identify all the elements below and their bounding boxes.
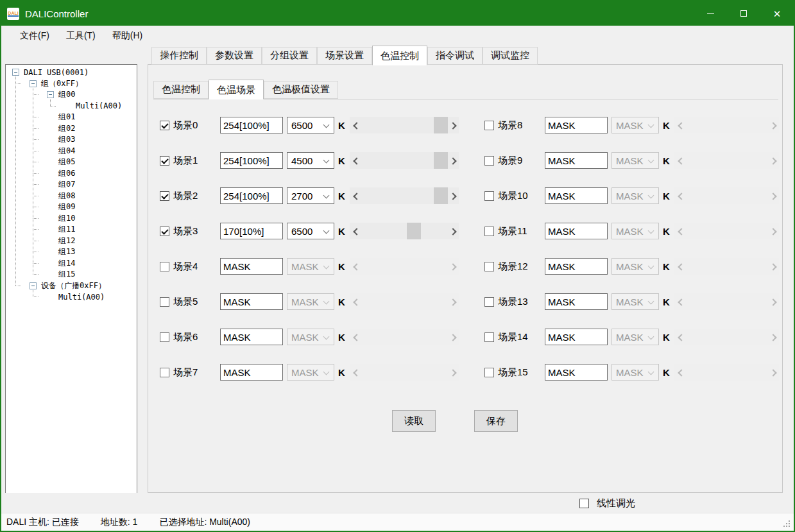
scene-temp-select[interactable]: MASK	[287, 364, 334, 381]
scene-level-input[interactable]	[545, 187, 608, 204]
tab-场景设置[interactable]: 场景设置	[317, 47, 372, 65]
tree-item[interactable]: 组15	[6, 269, 137, 280]
sub-tab-色温场景[interactable]: 色温场景	[209, 80, 264, 99]
scroll-left-arrow-icon[interactable]	[350, 223, 361, 239]
tree-item[interactable]: Multi(A00)	[6, 291, 137, 303]
tree-item[interactable]: 组07	[6, 179, 137, 191]
scene-level-input[interactable]	[220, 152, 283, 169]
scene-checkbox[interactable]	[484, 368, 494, 377]
scroll-left-arrow-icon[interactable]	[350, 117, 361, 133]
scene-level-input[interactable]	[545, 223, 608, 239]
scroll-track[interactable]	[361, 223, 448, 239]
sub-tab-色温极值设置[interactable]: 色温极值设置	[264, 81, 338, 99]
scene-slider[interactable]	[674, 152, 779, 169]
read-button[interactable]: 读取	[392, 410, 436, 432]
scene-checkbox[interactable]	[484, 191, 494, 201]
scroll-track[interactable]	[361, 152, 448, 169]
scene-temp-select[interactable]: MASK	[611, 117, 659, 133]
scene-temp-select[interactable]: 6500	[287, 223, 334, 239]
scene-slider[interactable]	[674, 117, 779, 133]
scroll-thumb-icon[interactable]	[434, 152, 448, 169]
scene-level-input[interactable]	[220, 187, 283, 204]
scene-temp-select[interactable]: MASK	[611, 258, 659, 275]
scroll-right-arrow-icon[interactable]	[448, 187, 459, 204]
scene-temp-select[interactable]: MASK	[611, 364, 659, 381]
scroll-right-arrow-icon[interactable]	[448, 223, 459, 239]
tree-expand-box[interactable]	[12, 69, 19, 76]
scene-temp-select[interactable]: MASK	[611, 293, 659, 310]
tree-item[interactable]: 组09	[6, 202, 137, 213]
minimize-button[interactable]	[694, 1, 727, 26]
menu-item-2[interactable]: 帮助(H)	[104, 26, 151, 46]
sub-tab-色温控制[interactable]: 色温控制	[153, 81, 209, 99]
scene-slider[interactable]	[674, 364, 779, 381]
scene-slider[interactable]	[350, 364, 459, 381]
tab-指令调试[interactable]: 指令调试	[427, 47, 483, 65]
scene-slider[interactable]	[350, 187, 459, 204]
scroll-thumb-icon[interactable]	[407, 223, 421, 239]
tree-item[interactable]: DALI USB(0001)	[6, 67, 137, 78]
tree-item[interactable]: 组03	[6, 134, 137, 146]
scene-level-input[interactable]	[220, 364, 283, 381]
menu-item-1[interactable]: 工具(T)	[58, 26, 104, 46]
save-button[interactable]: 保存	[474, 410, 518, 432]
scene-checkbox[interactable]	[160, 297, 169, 307]
scene-checkbox[interactable]	[160, 121, 169, 130]
scene-slider[interactable]	[350, 117, 459, 133]
scene-slider[interactable]	[350, 223, 459, 239]
scroll-left-arrow-icon[interactable]	[350, 152, 361, 169]
tree-expand-box[interactable]	[47, 91, 54, 98]
scene-checkbox[interactable]	[484, 227, 494, 236]
scroll-track[interactable]	[361, 187, 448, 204]
scene-checkbox[interactable]	[160, 191, 169, 201]
scroll-right-arrow-icon[interactable]	[448, 152, 459, 169]
tree-item[interactable]: 组04	[6, 146, 137, 157]
scene-checkbox[interactable]	[160, 156, 169, 166]
scene-level-input[interactable]	[545, 329, 608, 345]
scene-checkbox[interactable]	[160, 368, 169, 377]
tree-item[interactable]: 组（0xFF）	[6, 78, 137, 90]
close-button[interactable]: ✕	[760, 1, 794, 26]
scroll-track[interactable]	[361, 117, 448, 133]
linear-dimming-checkbox[interactable]	[579, 499, 589, 508]
tree-expand-box[interactable]	[30, 282, 37, 289]
scene-checkbox[interactable]	[484, 297, 494, 307]
tab-分组设置[interactable]: 分组设置	[262, 47, 317, 65]
tree-item[interactable]: 组00	[6, 89, 137, 101]
scroll-right-arrow-icon[interactable]	[448, 117, 459, 133]
tree-item[interactable]: 组10	[6, 213, 137, 225]
scene-checkbox[interactable]	[484, 121, 494, 130]
tree-item[interactable]: 组14	[6, 258, 137, 270]
tab-参数设置[interactable]: 参数设置	[207, 47, 262, 65]
scene-checkbox[interactable]	[484, 156, 494, 166]
scene-level-input[interactable]	[220, 117, 283, 133]
scroll-left-arrow-icon[interactable]	[350, 187, 361, 204]
resize-grip-icon[interactable]	[789, 526, 790, 527]
scene-checkbox[interactable]	[484, 262, 494, 271]
scene-level-input[interactable]	[220, 223, 283, 239]
scene-temp-select[interactable]: MASK	[611, 152, 659, 169]
scroll-thumb-icon[interactable]	[434, 187, 448, 204]
tree-item[interactable]: 组01	[6, 112, 137, 123]
scene-temp-select[interactable]: 6500	[287, 117, 334, 133]
scene-slider[interactable]	[350, 329, 459, 345]
scene-level-input[interactable]	[220, 293, 283, 310]
scene-slider[interactable]	[674, 187, 779, 204]
scene-level-input[interactable]	[545, 293, 608, 310]
scene-temp-select[interactable]: MASK	[611, 223, 659, 239]
tree-expand-box[interactable]	[30, 80, 37, 87]
scene-temp-select[interactable]: MASK	[611, 187, 659, 204]
scene-slider[interactable]	[350, 293, 459, 310]
tree-item[interactable]: 组02	[6, 123, 137, 135]
tab-调试监控[interactable]: 调试监控	[483, 47, 538, 65]
tree-item[interactable]: 组06	[6, 168, 137, 180]
menu-item-0[interactable]: 文件(F)	[12, 26, 58, 46]
scene-temp-select[interactable]: MASK	[287, 258, 334, 275]
tree-item[interactable]: 设备（广播0xFF）	[6, 280, 137, 292]
device-tree[interactable]: DALI USB(0001)组（0xFF）组00Multi(A00)组01组02…	[5, 64, 137, 501]
tree-item[interactable]: 组11	[6, 224, 137, 236]
maximize-button[interactable]	[727, 1, 760, 26]
scroll-thumb-icon[interactable]	[434, 117, 448, 133]
scene-checkbox[interactable]	[484, 332, 494, 342]
scene-level-input[interactable]	[220, 258, 283, 275]
